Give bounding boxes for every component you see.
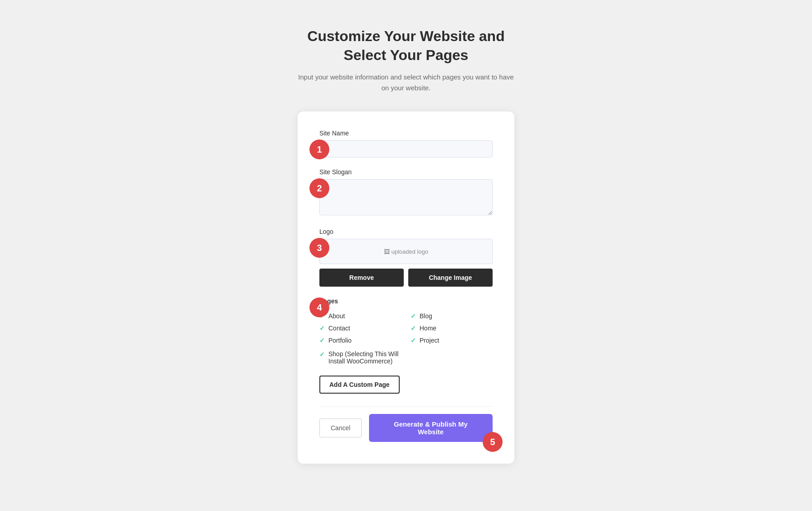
check-icon-portfolio: ✓ xyxy=(319,337,325,344)
site-name-input[interactable] xyxy=(319,140,493,158)
logo-section: 3 Logo uploaded logo Remove Change Image xyxy=(319,228,493,287)
page-item-shop[interactable]: ✓ Shop (Selecting This Will Install WooC… xyxy=(319,350,401,365)
page-label-contact: Contact xyxy=(328,325,350,332)
step-badge-3: 3 xyxy=(309,238,329,258)
step-badge-1: 1 xyxy=(309,139,329,159)
logo-preview: uploaded logo xyxy=(319,239,493,264)
page-label-home: Home xyxy=(420,325,436,332)
page-item-home[interactable]: ✓ Home xyxy=(411,324,493,332)
page-label-shop: Shop (Selecting This Will Install WooCom… xyxy=(328,350,401,365)
page-label-project: Project xyxy=(420,337,439,344)
add-custom-page-wrapper: Add A Custom Page xyxy=(319,374,493,394)
site-slogan-input[interactable] xyxy=(319,179,493,215)
page-label-about: About xyxy=(328,312,345,320)
pages-section: 4 Pages ✓ About ✓ Blog ✓ Contact ✓ Home … xyxy=(319,297,493,394)
page-label-blog: Blog xyxy=(420,312,432,320)
site-slogan-label: Site Slogan xyxy=(319,168,493,176)
logo-label: Logo xyxy=(319,228,493,235)
publish-button[interactable]: Generate & Publish My Website xyxy=(369,414,493,442)
check-icon-blog: ✓ xyxy=(411,312,416,320)
check-icon-shop: ✓ xyxy=(319,351,325,358)
check-icon-home: ✓ xyxy=(411,325,416,332)
cancel-button[interactable]: Cancel xyxy=(319,418,362,437)
change-image-button[interactable]: Change Image xyxy=(408,269,493,287)
site-name-label: Site Name xyxy=(319,130,493,137)
site-slogan-section: 2 Site Slogan xyxy=(319,168,493,217)
form-footer: Cancel Generate & Publish My Website 5 xyxy=(319,406,493,442)
form-card: 1 Site Name 2 Site Slogan 3 Logo uploade… xyxy=(298,111,514,464)
page-item-about[interactable]: ✓ About xyxy=(319,312,401,320)
step-badge-4: 4 xyxy=(309,297,329,317)
remove-logo-button[interactable]: Remove xyxy=(319,269,404,287)
check-icon-project: ✓ xyxy=(411,337,416,344)
page-label-portfolio: Portfolio xyxy=(328,337,351,344)
step-badge-5: 5 xyxy=(483,432,503,452)
check-icon-contact: ✓ xyxy=(319,325,325,332)
page-item-contact[interactable]: ✓ Contact xyxy=(319,324,401,332)
page-title: Customize Your Website and Select Your P… xyxy=(298,27,514,65)
pages-grid: ✓ About ✓ Blog ✓ Contact ✓ Home ✓ Portfo… xyxy=(319,312,493,365)
add-custom-page-button[interactable]: Add A Custom Page xyxy=(319,376,400,394)
page-item-blog[interactable]: ✓ Blog xyxy=(411,312,493,320)
pages-title: Pages xyxy=(319,297,493,305)
logo-preview-text: uploaded logo xyxy=(384,248,428,255)
site-name-section: 1 Site Name xyxy=(319,130,493,158)
page-subtitle: Input your website information and selec… xyxy=(298,72,514,93)
page-header: Customize Your Website and Select Your P… xyxy=(298,27,514,93)
logo-buttons: Remove Change Image xyxy=(319,269,493,287)
page-item-project[interactable]: ✓ Project xyxy=(411,336,493,344)
step-badge-2: 2 xyxy=(309,178,329,198)
page-item-portfolio[interactable]: ✓ Portfolio xyxy=(319,336,401,344)
